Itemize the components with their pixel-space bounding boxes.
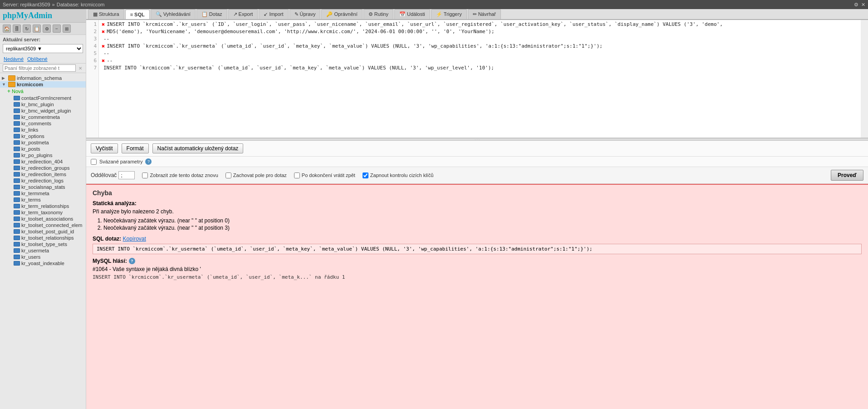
tab-nedavne[interactable]: Nedávné bbox=[3, 56, 25, 62]
opt-label1: Zobrazit zde tento dotaz znovu bbox=[150, 172, 218, 178]
mysql-says-label: MySQL hlásí: ? bbox=[93, 258, 862, 264]
filter-input[interactable] bbox=[3, 64, 76, 72]
home-icon[interactable]: 🏠 bbox=[3, 25, 11, 33]
sql-textarea-wrap: 1234567 ✖INSERT INTO `krcmiccom`.`kr_use… bbox=[86, 20, 868, 138]
tab-vyhledavani[interactable]: 🔍Vyhledávání bbox=[151, 9, 196, 19]
exit-icon[interactable]: ✕ bbox=[861, 2, 865, 8]
tab-sql[interactable]: ≡SQL bbox=[125, 10, 150, 19]
tree-item[interactable]: contactFormIncrement bbox=[0, 95, 86, 101]
sidebar-header: phpMyAdmin bbox=[0, 9, 86, 23]
tree-item[interactable]: kr_usermeta bbox=[0, 247, 86, 254]
tree-item[interactable]: kr_redirection_groups bbox=[0, 165, 86, 171]
tree-item[interactable]: ▼krcmiccom bbox=[0, 81, 86, 88]
tree-item[interactable]: kr_options bbox=[0, 133, 86, 139]
tree-item[interactable]: ▶information_schema bbox=[0, 75, 86, 81]
tab-oblibene[interactable]: Oblíbené bbox=[26, 56, 49, 62]
analysis-list: Neočekávaný začátek výrazu. (near " " at… bbox=[103, 217, 862, 231]
tree-item[interactable]: kr_termmeta bbox=[0, 190, 86, 197]
tree-item[interactable]: kr_bmc_widget_plugin bbox=[0, 108, 86, 114]
tab-upravy[interactable]: ✎Úpravy bbox=[289, 9, 321, 19]
tree-item[interactable]: kr_commentmeta bbox=[0, 114, 86, 120]
tree-item[interactable]: kr_comments bbox=[0, 120, 86, 127]
help-icon[interactable]: ? bbox=[145, 158, 152, 165]
opt-checkbox3[interactable] bbox=[294, 172, 300, 178]
collapse-icon[interactable]: − bbox=[53, 25, 61, 33]
content-area: ▦Struktura≡SQL🔍Vyhledávání📋Dotaz↗Export↙… bbox=[86, 9, 868, 409]
sql-editor[interactable]: ✖INSERT INTO `krcmiccom`.`kr_users` (`ID… bbox=[99, 20, 861, 138]
line-code: INSERT INTO `krcmiccom`.`kr_users` (`ID`… bbox=[107, 21, 723, 28]
params-row: Svázané parametry ? bbox=[86, 157, 868, 167]
expand-sidebar-icon[interactable]: ⊞ bbox=[63, 25, 71, 33]
filter-row: ✕ bbox=[0, 64, 86, 73]
filter-clear-button[interactable]: ✕ bbox=[78, 66, 83, 71]
oddelovac-input[interactable] bbox=[118, 171, 135, 179]
logo-myadmin: MyAdmin bbox=[16, 11, 52, 20]
tree-item[interactable]: kr_redirection_404 bbox=[0, 158, 86, 165]
opt-checkbox1[interactable] bbox=[142, 172, 148, 178]
opt-label2: Zachovat pole pro dotaz bbox=[233, 172, 287, 178]
sql-line: ✖-- bbox=[102, 57, 858, 64]
tab-udalosti[interactable]: 📅Události bbox=[394, 9, 430, 19]
sql-query-label: SQL dotaz: Kopírovat bbox=[93, 236, 862, 242]
tab-navrhar[interactable]: ✏Návrhař bbox=[468, 9, 501, 19]
vycistit-button[interactable]: Vyčistit bbox=[91, 143, 118, 153]
btn-row: Vyčistit Formát Načíst automaticky ulože… bbox=[86, 141, 868, 157]
copy-link[interactable]: Kopírovat bbox=[123, 236, 146, 242]
tree-item[interactable]: kr_toolset_relationships bbox=[0, 235, 86, 241]
sql-line: INSERT INTO `krcmiccom`.`kr_usermeta` (`… bbox=[102, 64, 858, 72]
tree-item[interactable]: kr_toolset_type_sets bbox=[0, 241, 86, 247]
line-error-icon: ✖ bbox=[102, 57, 105, 64]
tree-item[interactable]: kr_socialsnap_stats bbox=[0, 184, 86, 190]
tree-item[interactable]: kr_toolset_associations bbox=[0, 216, 86, 222]
main-layout: phpMyAdmin 🏠 🗄 ↻ 📋 ⚙ − ⊞ Aktuální server… bbox=[0, 9, 868, 409]
line-numbers: 1234567 bbox=[86, 20, 99, 138]
tab-rutiny[interactable]: ⚙Rutiny bbox=[363, 9, 393, 19]
tree-item[interactable]: kr_users bbox=[0, 254, 86, 260]
tab-export[interactable]: ↗Export bbox=[228, 9, 258, 19]
line-code: INSERT INTO `krcmiccom`.`kr_usermeta` (`… bbox=[103, 64, 494, 72]
format-button[interactable]: Formát bbox=[122, 143, 149, 153]
breadcrumb: Server: replikant3509 » Database: krcmic… bbox=[3, 2, 104, 7]
tree-item[interactable]: kr_yoast_indexable bbox=[0, 260, 86, 266]
settings-icon[interactable]: ⚙ bbox=[854, 2, 858, 8]
server-select[interactable]: replikant3509 ▼ bbox=[3, 44, 83, 53]
tree-item[interactable]: kr_redirection_items bbox=[0, 171, 86, 177]
opt-checkbox2[interactable] bbox=[226, 172, 231, 178]
analysis-error-item: Neočekávaný začátek výrazu. (near " " at… bbox=[103, 217, 862, 224]
tab-struktura[interactable]: ▦Struktura bbox=[88, 9, 124, 19]
line-code: MD5('demo'), 'YourNicename', 'demouser@d… bbox=[107, 28, 494, 35]
server-label: Aktuální server: bbox=[0, 35, 86, 43]
tree-item[interactable]: kr_toolset_post_guid_id bbox=[0, 228, 86, 235]
checkbox4-group: Zapnout kontrolu cizích klíčů bbox=[363, 172, 433, 178]
line-error-icon: ✖ bbox=[102, 28, 105, 35]
tree-item[interactable]: kr_terms bbox=[0, 197, 86, 203]
tree-item[interactable]: kr_postmeta bbox=[0, 139, 86, 146]
query-icon[interactable]: 📋 bbox=[33, 25, 41, 33]
db-icon-btn[interactable]: 🗄 bbox=[13, 25, 21, 33]
tree-item[interactable]: kr_links bbox=[0, 127, 86, 133]
refresh-icon[interactable]: ↻ bbox=[23, 25, 31, 33]
sql-line: -- bbox=[102, 35, 858, 43]
tree-item[interactable]: kr_term_relationships bbox=[0, 203, 86, 209]
tree-item[interactable]: kr_posts bbox=[0, 146, 86, 152]
tree-item[interactable]: kr_bmc_plugin bbox=[0, 101, 86, 108]
tab-import[interactable]: ↙Import bbox=[259, 9, 288, 19]
tree-item[interactable]: kr_toolset_connected_elem bbox=[0, 222, 86, 228]
nacist-button[interactable]: Načíst automaticky uložený dotaz bbox=[152, 143, 244, 153]
error-section: Chyba Statická analýza: Při analýze bylo… bbox=[86, 184, 868, 409]
opt-checkbox4[interactable] bbox=[363, 172, 368, 178]
provest-button[interactable]: Proveď bbox=[831, 170, 863, 181]
settings-sidebar-icon[interactable]: ⚙ bbox=[43, 25, 51, 33]
tab-triggery[interactable]: ⚡Triggery bbox=[431, 9, 467, 19]
sql-editor-area: 1234567 ✖INSERT INTO `krcmiccom`.`kr_use… bbox=[86, 20, 868, 409]
tab-opravneni[interactable]: 🔑Oprávnění bbox=[321, 9, 362, 19]
tree-item[interactable]: kr_redirection_logs bbox=[0, 177, 86, 184]
tree-item[interactable]: kr_po_plugins bbox=[0, 152, 86, 158]
tab-dotaz[interactable]: 📋Dotaz bbox=[196, 9, 227, 19]
svazane-checkbox[interactable] bbox=[91, 159, 97, 165]
mysql-help-icon[interactable]: ? bbox=[129, 258, 135, 264]
tree-item[interactable]: kr_term_taxonomy bbox=[0, 209, 86, 216]
static-analysis-label: Statická analýza: bbox=[93, 200, 862, 207]
tree-item[interactable]: +Nová bbox=[0, 88, 86, 95]
topbar: Server: replikant3509 » Database: krcmic… bbox=[0, 0, 868, 9]
